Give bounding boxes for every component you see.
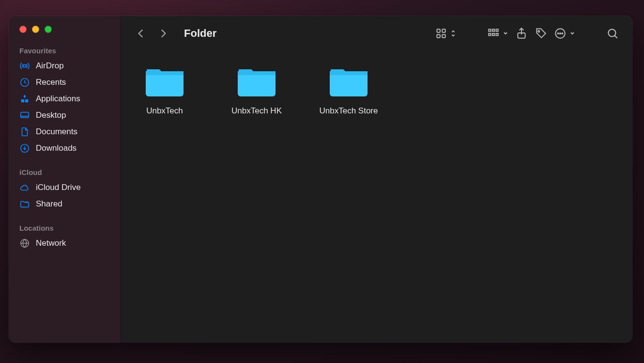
main-area: Folder (121, 16, 632, 343)
sidebar-section-header-favourites: Favourites (9, 44, 121, 58)
sidebar: Favourites AirDrop Recents Applications … (9, 16, 121, 343)
svg-rect-6 (437, 29, 440, 32)
svg-point-22 (608, 29, 615, 36)
svg-rect-2 (21, 112, 29, 118)
sidebar-item-downloads[interactable]: Downloads (9, 140, 121, 157)
sidebar-item-documents[interactable]: Documents (9, 124, 121, 140)
svg-rect-28 (330, 71, 368, 75)
folder-label: UnbxTech HK (231, 106, 282, 116)
svg-rect-12 (496, 29, 498, 31)
sidebar-section-header-icloud: iCloud (9, 165, 121, 179)
desktop-icon (19, 110, 30, 121)
svg-rect-15 (496, 33, 498, 35)
folder-label: UnbxTech (146, 106, 183, 116)
shared-folder-icon (19, 199, 30, 209)
svg-point-19 (558, 33, 559, 34)
folder-icon (144, 64, 185, 99)
folder-icon (328, 64, 369, 99)
svg-rect-8 (437, 34, 440, 38)
folder-grid: UnbxTech UnbxTech HK UnbxTech Store (121, 51, 632, 343)
sidebar-item-label: Desktop (36, 110, 66, 120)
folder-icon (236, 64, 277, 99)
toolbar: Folder (121, 16, 632, 51)
sidebar-item-icloud-drive[interactable]: iCloud Drive (9, 179, 121, 196)
sidebar-item-shared[interactable]: Shared (9, 196, 121, 212)
document-icon (19, 126, 30, 137)
sidebar-item-label: AirDrop (36, 61, 64, 71)
svg-rect-26 (238, 71, 276, 75)
search-button[interactable] (606, 27, 619, 40)
finder-window: Favourites AirDrop Recents Applications … (9, 16, 632, 343)
folder-item[interactable]: UnbxTech HK (223, 64, 291, 116)
sidebar-item-label: iCloud Drive (36, 183, 81, 192)
window-title: Folder (184, 27, 216, 40)
back-button[interactable] (135, 27, 147, 40)
svg-rect-11 (492, 29, 494, 31)
forward-button[interactable] (157, 27, 169, 40)
folder-label: UnbxTech Store (320, 106, 378, 116)
svg-point-4 (26, 202, 28, 204)
sidebar-item-desktop[interactable]: Desktop (9, 107, 121, 124)
network-icon (19, 238, 30, 249)
svg-rect-14 (492, 33, 494, 35)
sidebar-item-network[interactable]: Network (9, 235, 121, 252)
svg-rect-9 (442, 34, 445, 38)
minimize-button[interactable] (32, 26, 39, 33)
svg-rect-24 (146, 71, 184, 75)
svg-point-21 (562, 33, 563, 34)
svg-point-17 (538, 31, 539, 32)
svg-point-0 (23, 64, 26, 67)
window-controls (9, 23, 121, 44)
sidebar-item-airdrop[interactable]: AirDrop (9, 58, 121, 74)
folder-item[interactable]: UnbxTech (131, 64, 199, 116)
sidebar-item-label: Network (36, 238, 66, 248)
svg-rect-7 (442, 29, 445, 32)
airdrop-icon (19, 61, 30, 71)
sidebar-section-header-locations: Locations (9, 221, 121, 235)
download-icon (19, 143, 30, 154)
action-menu-button[interactable] (554, 27, 575, 40)
svg-rect-13 (489, 33, 491, 35)
sidebar-item-applications[interactable]: Applications (9, 91, 121, 107)
svg-point-20 (560, 33, 561, 34)
share-button[interactable] (515, 27, 528, 40)
group-by-button[interactable] (487, 27, 508, 40)
close-button[interactable] (19, 26, 27, 33)
sidebar-item-label: Downloads (36, 143, 77, 153)
applications-icon (19, 94, 30, 104)
tags-button[interactable] (535, 27, 547, 40)
sidebar-item-label: Shared (36, 199, 62, 209)
fullscreen-button[interactable] (45, 26, 52, 33)
folder-item[interactable]: UnbxTech Store (315, 64, 383, 116)
cloud-icon (19, 182, 30, 193)
sidebar-item-recents[interactable]: Recents (9, 74, 121, 91)
sidebar-item-label: Recents (36, 78, 66, 87)
sidebar-item-label: Applications (36, 94, 80, 104)
clock-icon (19, 77, 30, 88)
view-mode-button[interactable] (435, 27, 456, 40)
sidebar-item-label: Documents (36, 127, 77, 137)
svg-rect-10 (489, 29, 491, 31)
